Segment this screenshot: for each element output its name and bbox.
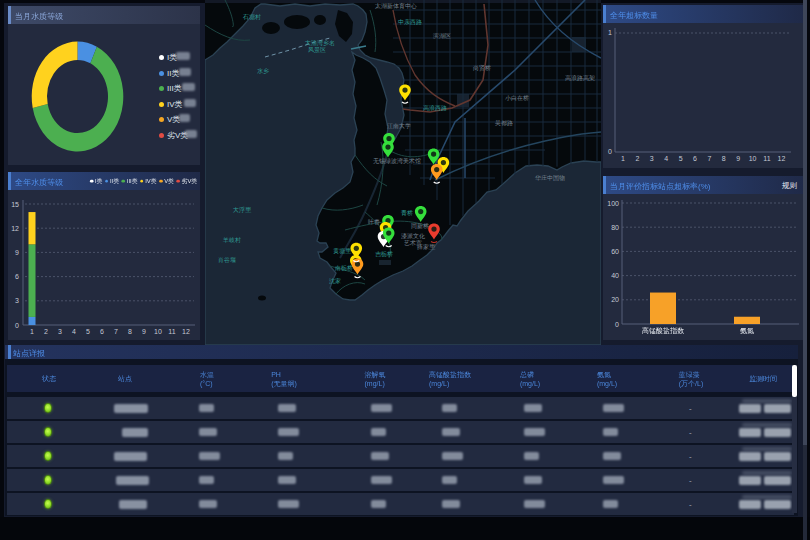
svg-text:15: 15 bbox=[11, 201, 19, 208]
svg-text:40: 40 bbox=[611, 272, 619, 279]
svg-text:中亲西路: 中亲西路 bbox=[398, 18, 422, 26]
svg-text:5: 5 bbox=[86, 328, 90, 335]
svg-text:100: 100 bbox=[607, 200, 619, 207]
svg-text:10: 10 bbox=[154, 328, 162, 335]
svg-text:12: 12 bbox=[778, 155, 786, 162]
svg-text:小白在桥: 小白在桥 bbox=[505, 95, 529, 102]
svg-text:尚贤桥: 尚贤桥 bbox=[473, 64, 491, 72]
svg-text:4: 4 bbox=[72, 328, 76, 335]
svg-text:高浪西路: 高浪西路 bbox=[423, 104, 447, 112]
svg-text:3: 3 bbox=[650, 155, 654, 162]
svg-text:4: 4 bbox=[664, 155, 668, 162]
svg-text:江南大学: 江南大学 bbox=[387, 122, 411, 129]
svg-text:青桥: 青桥 bbox=[401, 210, 413, 216]
svg-text:9: 9 bbox=[142, 328, 146, 335]
svg-text:无锡绿波湾美术馆: 无锡绿波湾美术馆 bbox=[373, 157, 421, 165]
svg-text:0: 0 bbox=[15, 322, 19, 329]
svg-text:1: 1 bbox=[621, 155, 625, 162]
svg-text:大浮里: 大浮里 bbox=[233, 206, 252, 213]
svg-text:漆派文化: 漆派文化 bbox=[401, 232, 425, 240]
svg-text:1: 1 bbox=[30, 328, 34, 335]
svg-text:吉栃桥: 吉栃桥 bbox=[375, 251, 393, 258]
svg-text:高浪路高架: 高浪路高架 bbox=[565, 74, 595, 82]
svg-text:羊岐村: 羊岐村 bbox=[222, 237, 241, 244]
svg-text:7: 7 bbox=[114, 328, 118, 335]
svg-text:6: 6 bbox=[100, 328, 104, 335]
svg-text:8: 8 bbox=[128, 328, 132, 335]
svg-text:肖谷堰: 肖谷堰 bbox=[218, 256, 236, 264]
svg-text:12: 12 bbox=[11, 225, 19, 232]
svg-text:0: 0 bbox=[608, 148, 612, 155]
svg-text:高锰酸盐指数: 高锰酸盐指数 bbox=[642, 327, 685, 335]
svg-text:8: 8 bbox=[722, 155, 726, 162]
svg-text:薛家里: 薛家里 bbox=[417, 243, 436, 250]
svg-text:9: 9 bbox=[15, 249, 19, 256]
svg-text:2: 2 bbox=[44, 328, 48, 335]
svg-text:氨氮: 氨氮 bbox=[740, 327, 754, 335]
svg-text:1: 1 bbox=[608, 29, 612, 36]
svg-text:60: 60 bbox=[611, 248, 619, 255]
svg-text:3: 3 bbox=[15, 297, 19, 304]
svg-text:7: 7 bbox=[707, 155, 711, 162]
svg-text:吴都路: 吴都路 bbox=[495, 120, 513, 127]
svg-text:华庄中国物: 华庄中国物 bbox=[535, 174, 565, 182]
svg-text:同新桥: 同新桥 bbox=[411, 222, 429, 229]
svg-text:3: 3 bbox=[58, 328, 62, 335]
svg-text:0: 0 bbox=[615, 321, 619, 328]
svg-text:5: 5 bbox=[679, 155, 683, 162]
svg-text:太湖新体育中心: 太湖新体育中心 bbox=[375, 2, 417, 9]
svg-text:滨湖区: 滨湖区 bbox=[433, 32, 451, 39]
svg-text:6: 6 bbox=[15, 273, 19, 280]
svg-text:叶春: 叶春 bbox=[368, 219, 380, 226]
svg-text:6: 6 bbox=[693, 155, 697, 162]
svg-text:11: 11 bbox=[763, 155, 770, 162]
svg-text:9: 9 bbox=[736, 155, 740, 162]
svg-text:沈家: 沈家 bbox=[329, 277, 341, 285]
svg-text:10: 10 bbox=[749, 155, 757, 162]
svg-text:20: 20 bbox=[611, 296, 619, 303]
svg-text:2: 2 bbox=[635, 155, 639, 162]
svg-text:南栃桥: 南栃桥 bbox=[335, 265, 353, 272]
svg-text:大渔湾乡名: 大渔湾乡名 bbox=[305, 39, 335, 47]
svg-text:12: 12 bbox=[182, 328, 190, 335]
svg-text:11: 11 bbox=[168, 328, 175, 335]
svg-text:风景区: 风景区 bbox=[308, 46, 326, 53]
svg-text:石塘村: 石塘村 bbox=[242, 13, 261, 21]
svg-text:黄塘里: 黄塘里 bbox=[333, 247, 352, 255]
svg-text:80: 80 bbox=[611, 224, 619, 231]
svg-text:水乡: 水乡 bbox=[257, 68, 269, 74]
